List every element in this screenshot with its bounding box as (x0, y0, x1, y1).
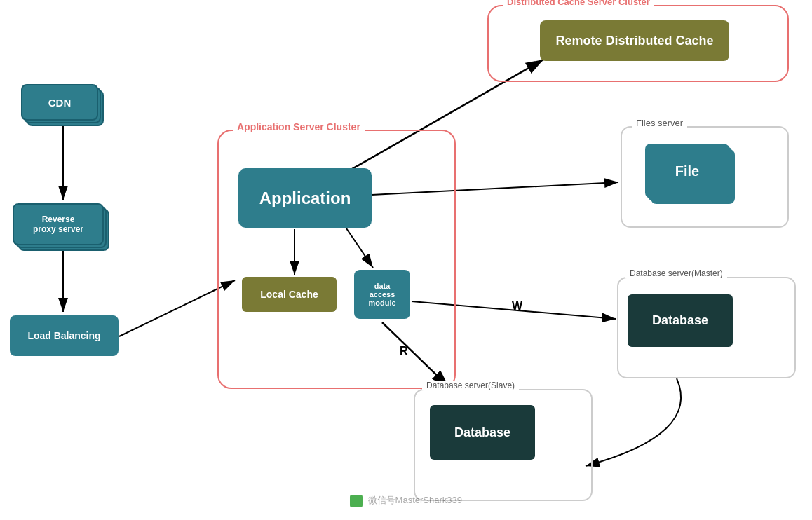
cdn-label: CDN (48, 97, 72, 109)
file-stack: File (645, 144, 736, 203)
file-label: File (675, 163, 699, 179)
arrow-r-label: R (400, 345, 408, 357)
app-cluster-label: Application Server Cluster (233, 121, 365, 132)
remote-cache-label: Remote Distributed Cache (555, 34, 713, 48)
data-access-label: dataaccessmodule (368, 282, 395, 307)
data-access-box: dataaccessmodule (354, 270, 410, 319)
db-slave-box: Database (430, 405, 535, 460)
cdn-stack: CDN (21, 84, 105, 126)
watermark: 微信号MasterShark339 (350, 494, 462, 507)
proxy-stack: Reverseproxy server (13, 203, 111, 252)
watermark-text: 微信号MasterShark339 (368, 495, 462, 505)
db-slave-label: Database (454, 425, 510, 440)
wechat-icon (350, 495, 363, 507)
proxy-box: Reverseproxy server (13, 203, 104, 245)
dist-cache-cluster-label: Distributed Cache Server Cluster (503, 0, 654, 7)
application-label: Application (259, 189, 351, 208)
db-master-box: Database (628, 294, 733, 347)
proxy-label: Reverseproxy server (33, 214, 83, 234)
db-slave-cluster-label: Database server(Slave) (422, 381, 519, 390)
load-balance-box: Load Balancing (10, 315, 119, 356)
remote-cache-box: Remote Distributed Cache (540, 20, 729, 61)
load-balance-label: Load Balancing (27, 330, 100, 341)
file-box: File (645, 144, 729, 198)
db-master-cluster-label: Database server(Master) (625, 268, 727, 278)
local-cache-box: Local Cache (242, 277, 337, 312)
local-cache-label: Local Cache (260, 289, 318, 300)
diagram: CDN Reverseproxy server Load Balancing A… (0, 0, 812, 520)
cdn-box: CDN (21, 84, 98, 121)
files-server-label: Files server (632, 118, 687, 128)
arrow-w-label: W (512, 300, 522, 313)
db-master-label: Database (652, 313, 708, 328)
application-box: Application (238, 168, 372, 228)
